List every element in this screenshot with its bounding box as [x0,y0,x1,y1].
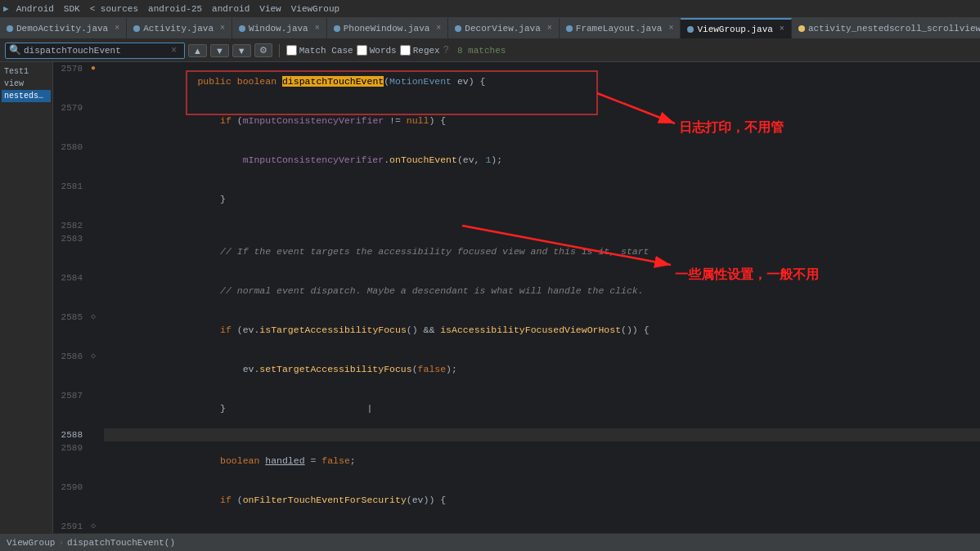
code-line[interactable]: mInputConsistencyVerifier.onTouchEvent(e… [104,141,980,180]
breadcrumb-method[interactable]: dispatchTouchEvent() [67,538,175,548]
table-row: 2583 // If the event targets the accessi… [53,232,980,271]
match-case-option[interactable]: Match Case [286,45,353,56]
line-gutter [91,481,104,520]
table-row: 2584 // normal event dispatch. Maybe a d… [53,271,980,311]
code-line[interactable]: final int action = ev.getAction(); [104,520,980,533]
line-gutter: ● [91,62,104,101]
code-line[interactable]: if (mInputConsistencyVerifier != null) { [104,101,980,141]
table-row: 2585 ◇ if (ev.isTargetAccessibilityFocus… [53,311,980,350]
sidebar-item-view[interactable]: view [2,78,51,90]
question-mark: ? [443,45,449,56]
android25-btn[interactable]: android-25 [146,4,205,14]
search-icon: 🔍 [9,44,21,56]
android-dir-btn[interactable]: android [209,4,252,14]
line-gutter [91,232,104,271]
table-row: 2578 ● public boolean dispatchTouchEvent… [53,62,980,101]
search-prev-button[interactable]: ▲ [188,44,207,57]
search-options-button[interactable]: ⚙ [254,43,272,57]
code-line[interactable]: ev.setTargetAccessibilityFocus(false); [104,350,980,389]
code-line[interactable]: } [104,389,980,428]
line-number: 2586 [53,350,91,389]
breadcrumb: ViewGroup › dispatchTouchEvent() [7,538,175,548]
sources-btn[interactable]: < sources [88,4,141,14]
clear-search-icon[interactable]: × [171,45,177,56]
table-row: 2581 } [53,180,980,219]
search-bar: 🔍 × ▲ ▼ ▼ ⚙ Match Case Words Regex ? 8 m… [0,39,980,62]
line-gutter [91,441,104,481]
line-number: 2581 [53,180,91,219]
line-number: 2579 [53,101,91,141]
line-gutter [91,101,104,141]
table-row: 2587 } [53,389,980,428]
code-line[interactable]: // normal event dispatch. Maybe a descen… [104,271,980,311]
table-row: 2591 ◇ final int action = ev.getAction()… [53,520,980,533]
regex-checkbox[interactable] [400,45,411,56]
line-number: 2587 [53,389,91,428]
tab-window[interactable]: Window.java × [232,18,327,39]
match-case-checkbox[interactable] [286,45,297,56]
line-gutter [91,428,104,441]
line-number: 2591 [53,520,91,533]
table-row: 2590 if (onFilterTouchEventForSecurity(e… [53,481,980,520]
tab-democtivity[interactable]: DemoActivity.java × [0,18,127,39]
tab-bar: DemoActivity.java × Activity.java × Wind… [0,18,980,39]
breadcrumb-separator: › [58,538,64,548]
line-gutter: ◇ [91,350,104,389]
search-input-wrap[interactable]: 🔍 × [5,43,185,59]
code-line[interactable]: } [104,180,980,219]
line-number: 2584 [53,271,91,311]
tab-activity[interactable]: Activity.java × [127,18,232,39]
search-next-button[interactable]: ▼ [210,44,229,57]
match-count: 8 matches [457,46,506,56]
search-input[interactable] [24,46,171,56]
line-number: 2578 [53,62,91,101]
android-btn[interactable]: Android [14,4,56,14]
code-line[interactable]: boolean handled = false; [104,441,980,481]
regex-option[interactable]: Regex [400,45,440,56]
sidebar: Test1 view nestedscrollview [0,62,53,533]
table-row: 2589 boolean handled = false; [53,441,980,481]
code-line[interactable]: if (onFilterTouchEventForSecurity(ev)) { [104,481,980,520]
code-line[interactable]: // If the event targets the accessibilit… [104,232,980,271]
top-bar: ▶ Android SDK < sources android-25 andro… [0,0,980,18]
table-row: 2582 [53,219,980,232]
line-gutter: ◇ [91,520,104,533]
breadcrumb-viewgroup[interactable]: ViewGroup [7,538,55,548]
words-checkbox[interactable] [357,45,367,56]
viewgroup-btn[interactable]: ViewGroup [289,4,342,14]
sidebar-item-nestedscrollview[interactable]: nestedscrollview [2,90,51,102]
words-option[interactable]: Words [357,45,397,56]
line-gutter: ◇ [91,311,104,350]
search-filter-button[interactable]: ▼ [232,44,251,57]
line-gutter [91,389,104,428]
sidebar-item-test1[interactable]: Test1 [2,65,51,78]
android-icon: ▶ [3,3,9,14]
tab-xml[interactable]: activity_nestedscroll_scrollview_recycle… [792,18,980,39]
tab-framelayout[interactable]: FrameLayout.java × [560,18,681,39]
line-number: 2582 [53,219,91,232]
line-gutter [91,219,104,232]
table-row: 2588 [53,428,980,441]
tab-phonewindow[interactable]: PhoneWindow.java × [327,18,449,39]
line-gutter [91,271,104,311]
code-line[interactable] [104,219,980,232]
line-number: 2580 [53,141,91,180]
line-number: 2588 [53,428,91,441]
code-line[interactable]: public boolean dispatchTouchEvent(Motion… [104,62,980,101]
tab-decorview[interactable]: DecorView.java × [448,18,559,39]
line-gutter [91,141,104,180]
tab-viewgroup[interactable]: ViewGroup.java × [681,18,791,39]
line-gutter [91,180,104,219]
view-btn[interactable]: View [257,4,283,14]
line-number: 2583 [53,232,91,271]
main-area: Test1 view nestedscrollview 日志打印，不用管 一些属… [0,62,980,533]
search-separator [279,44,280,57]
line-number: 2585 [53,311,91,350]
code-line[interactable] [104,428,980,441]
table-row: 2579 if (mInputConsistencyVerifier != nu… [53,101,980,141]
line-number: 2590 [53,481,91,520]
code-line[interactable]: if (ev.isTargetAccessibilityFocus() && i… [104,311,980,350]
table-row: 2580 mInputConsistencyVerifier.onTouchEv… [53,141,980,180]
sdk-btn[interactable]: SDK [61,4,83,14]
code-area[interactable]: 日志打印，不用管 一些属性设置，一般不用 2578 ● public boole… [53,62,980,533]
